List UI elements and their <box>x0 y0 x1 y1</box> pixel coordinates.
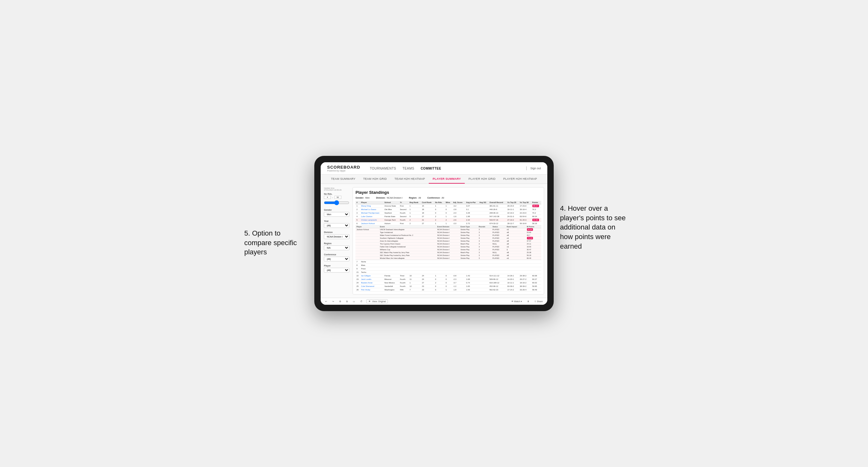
expanded-events-row: Player Event Event Division Event Type R… <box>355 225 541 260</box>
header-divider <box>526 166 527 170</box>
sub-nav-team-h2h-grid[interactable]: TEAM H2H GRID <box>359 175 391 184</box>
w-points-value: 46.7 <box>527 234 530 236</box>
table-row: 24 Bastien Amat New Mexico Fourth 1 27 2… <box>355 281 541 285</box>
main-content: Update time: 27/01/2024 16:56:26 No Rds.… <box>321 184 547 298</box>
table-row: 9 Prest <box>355 267 541 271</box>
year-section: Year (All) <box>324 220 349 228</box>
points-value[interactable]: 76.3 <box>532 209 536 210</box>
standings-table: # Player School Yr Reg Rank Conf Rank No… <box>355 201 541 292</box>
event-row: SEC Stroke Play hosted by Jerry Pate NCA… <box>355 254 541 257</box>
rds-section: No Rds. - <box>324 193 349 206</box>
rds-max-input[interactable] <box>334 196 341 199</box>
col-player: Player <box>360 201 383 204</box>
table-row: 26 Petr Hruby Washington Fifth 7 23 0 1 … <box>355 288 541 292</box>
points-badge[interactable]: 60.89 <box>532 219 539 221</box>
watch-btn[interactable]: 👁 Watch ▾ <box>510 300 523 304</box>
main-nav: TOURNAMENTS TEAMS COMMITTEE <box>370 165 516 172</box>
share-btn[interactable]: ⇧ Share <box>533 300 544 304</box>
col-avg-sg: Avg SG <box>478 201 489 204</box>
sub-nav-team-summary[interactable]: TEAM SUMMARY <box>327 175 359 184</box>
col-reg-rank: Reg Rank <box>409 201 421 204</box>
clock-btn[interactable]: ⏱ <box>359 300 364 303</box>
points-value: 59.95 <box>532 285 537 287</box>
main-wrapper: 5. Option to compare specific players 4.… <box>314 156 554 311</box>
w-points-badge: 73.33 <box>527 237 533 240</box>
points-value: 60.58 <box>532 275 537 277</box>
event-row: Wake Forest Invitational at Pinehurst No… <box>355 234 541 237</box>
table-row: 23 Jack Lundin Missouri Fourth 11 24 0 0… <box>355 278 541 281</box>
col-conf-rank: Conf Rank <box>421 201 434 204</box>
event-row: Tiger Invitational NCAA Division I Strok… <box>355 231 541 234</box>
table-row: 6 Jackson Kohout Auburn First 2 27 1 1 -… <box>355 222 541 225</box>
w-points-value: 16.50 <box>527 246 531 248</box>
col-school: School <box>383 201 399 204</box>
year-select[interactable]: (All) <box>324 223 349 228</box>
player-label: Player <box>324 264 349 267</box>
region-value: All <box>418 197 421 199</box>
sub-nav-player-summary[interactable]: PLAYER SUMMARY <box>429 175 465 184</box>
nav-teams[interactable]: TEAMS <box>403 165 414 172</box>
col-points: Points <box>531 201 541 204</box>
col-no-rds: No Rds. <box>434 201 445 204</box>
toolbar-right: 👁 Watch ▾ ⬇ ⇧ Share <box>510 300 544 304</box>
logo-sub: Powered by clippd <box>327 169 360 172</box>
sub-nav-player-h2h-grid[interactable]: PLAYER H2H GRID <box>465 175 499 184</box>
rds-slider[interactable] <box>324 200 349 205</box>
app-header: SCOREBOARD Powered by clippd TOURNAMENTS… <box>321 162 547 175</box>
conference-select[interactable]: (All) <box>324 257 349 261</box>
table-row: 8 Mats <box>355 263 541 267</box>
conference-label: Conference <box>324 253 349 256</box>
view-label: View: Original <box>372 300 386 303</box>
points-value[interactable]: 70.2 <box>532 212 536 214</box>
copy-btn[interactable]: ⧉ <box>345 300 349 304</box>
gender-select[interactable]: Men Women <box>324 212 349 217</box>
filter-btn[interactable]: ⚙ <box>338 300 342 304</box>
rds-range: - <box>324 196 349 199</box>
col-vs50: Vs Top 50 <box>519 201 531 204</box>
sign-out-link[interactable]: Sign out <box>530 167 541 170</box>
dash-btn[interactable]: ▭ <box>351 300 356 304</box>
table-row: 2 Michael Lo Sasso Ole Miss Second 1 18 … <box>355 208 541 211</box>
annotation-left: 5. Option to compare specific players <box>244 228 308 257</box>
division-value: NCAA Division I <box>387 197 402 199</box>
events-header: Player Event Event Division Event Type R… <box>355 225 541 228</box>
annotation-right-text: 4. Hover over a player's points to see a… <box>560 204 626 250</box>
watch-label: Watch <box>514 300 521 303</box>
division-label: Division <box>324 231 349 234</box>
standings-area: Player Standings Gender: Men Division: N… <box>352 187 544 294</box>
update-time-value: 27/01/2024 16:56:26 <box>324 189 341 191</box>
share-label: Share <box>537 300 543 303</box>
redo-btn[interactable]: ↪ <box>331 300 335 304</box>
gender-label: Gender <box>324 209 349 211</box>
col-num: # <box>355 201 360 204</box>
event-row: Mirobel Maui Jim Intercollegiate NCAA Di… <box>355 257 541 260</box>
col-adj-score: Adj. Score <box>452 201 465 204</box>
player-select[interactable]: (All) <box>324 268 349 273</box>
region-select[interactable]: N/A <box>324 245 349 250</box>
points-value[interactable]: 68.34 <box>532 216 537 217</box>
division-select[interactable]: NCAA Division I <box>324 234 349 239</box>
tablet-screen: SCOREBOARD Powered by clippd TOURNAMENTS… <box>321 162 547 305</box>
sub-nav-player-h2h-heatmap[interactable]: PLAYER H2H HEATMAP <box>499 175 541 184</box>
points-value[interactable]: 58.18 <box>532 222 537 224</box>
nav-committee[interactable]: COMMITTEE <box>421 165 441 172</box>
points-badge[interactable]: 88.27 <box>532 205 539 207</box>
w-points-value: 30.47 <box>527 249 531 251</box>
view-original-btn[interactable]: 👁 View: Original <box>366 299 388 304</box>
gender-section: Gender Men Women <box>324 209 349 217</box>
undo-btn[interactable]: ↩ <box>324 300 328 304</box>
gender-value: Men <box>365 197 370 199</box>
sub-nav-team-h2h-heatmap[interactable]: TEAM H2H HEATMAP <box>391 175 429 184</box>
annotation-right: 4. Hover over a player's points to see a… <box>560 204 630 251</box>
event-row: Amer An Intercollegiate NCAA Division I … <box>355 240 541 243</box>
player-section: Player (All) <box>324 264 349 273</box>
event-row: Fallen Oak Collegiate Invitational NCAA … <box>355 245 541 248</box>
points-value: 58.49 <box>532 289 537 291</box>
table-row: 4 Luke Clanton Florida State Second 5 27… <box>355 215 541 218</box>
w-points-value: 56.18 <box>527 254 531 256</box>
table-row: 7 Niche <box>355 260 541 263</box>
rds-min-input[interactable] <box>324 196 331 199</box>
nav-tournaments[interactable]: TOURNAMENTS <box>370 165 396 172</box>
col-wins: Wins <box>445 201 452 204</box>
download-btn[interactable]: ⬇ <box>526 300 530 304</box>
